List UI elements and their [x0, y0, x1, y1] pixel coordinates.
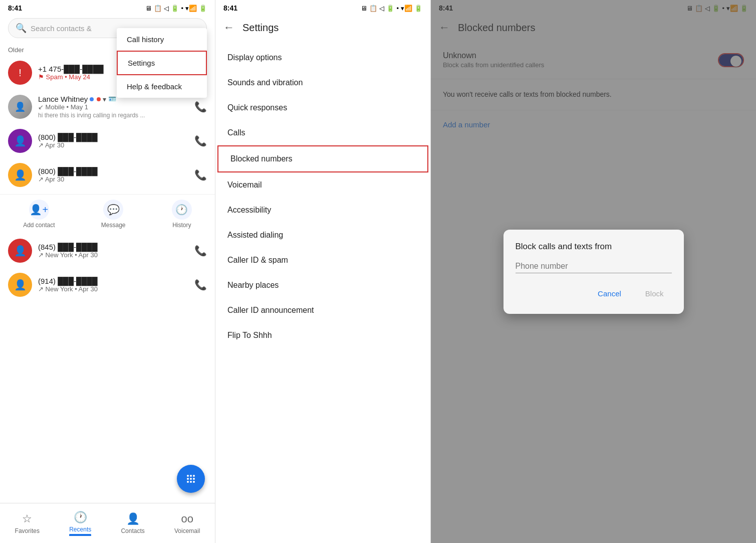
call-sub-800-1: ↗ Apr 30	[38, 141, 188, 149]
battery-icon: 🔋	[171, 5, 179, 12]
settings-list: Display options Sounds and vibration Qui…	[215, 41, 430, 352]
nav-recents[interactable]: 🕐 Recents	[63, 508, 97, 539]
nav-contacts[interactable]: 👤 Contacts	[115, 509, 150, 537]
settings-sounds[interactable]: Sounds and vibration	[215, 70, 430, 95]
nav-voicemail[interactable]: oo Voicemail	[168, 509, 206, 537]
svg-point-1	[190, 475, 192, 477]
dropdown-item-settings[interactable]: Settings	[117, 51, 207, 75]
call-sub-lance: ↙ Mobile • May 1	[38, 103, 188, 111]
status-time-2: 8:41	[223, 4, 237, 12]
svg-point-6	[187, 481, 189, 483]
favorites-icon: ☆	[22, 512, 32, 525]
svg-point-7	[190, 481, 192, 483]
call-item-800-2[interactable]: 👤 (800) ███-████ ↗ Apr 30 📞	[0, 158, 215, 192]
phone-icon-914[interactable]: 📞	[194, 279, 207, 291]
settings-display-options[interactable]: Display options	[215, 45, 430, 70]
google-badge2	[97, 97, 101, 101]
settings-flip-to-shhh[interactable]: Flip To Shhh	[215, 323, 430, 348]
avatar-914: 👤	[8, 273, 32, 297]
svg-point-0	[187, 475, 189, 477]
call-name-800-1: (800) ███-████	[38, 133, 188, 141]
dropdown-menu: Call history Settings Help & feedback	[117, 28, 207, 98]
avatar-lance: 👤	[8, 95, 32, 119]
nav-favorites[interactable]: ☆ Favorites	[9, 509, 46, 537]
call-name-845: (845) ███-████	[38, 243, 188, 251]
cancel-button[interactable]: Cancel	[590, 285, 629, 302]
dropdown-item-call-history[interactable]: Call history	[117, 28, 207, 51]
contacts-label: Contacts	[121, 527, 144, 534]
voicemail-label: Voicemail	[174, 527, 200, 534]
settings-header: ← Settings	[215, 14, 430, 41]
call-info-lance: Lance Whitney ▾ 🪪 ↙ Mobile • May 1 hi th…	[38, 95, 188, 119]
dot-icon-2: •	[396, 5, 399, 12]
call-name-914: (914) ███-████	[38, 277, 188, 285]
phone-icon-lance[interactable]: 📞	[194, 101, 207, 113]
history-action[interactable]: 🕐 History	[172, 200, 192, 229]
settings-quick-responses[interactable]: Quick responses	[215, 95, 430, 120]
call-item-800-1[interactable]: 👤 (800) ███-████ ↗ Apr 30 📞	[0, 124, 215, 158]
avatar-lance-inner: 👤	[8, 95, 32, 119]
phone-icon-845[interactable]: 📞	[194, 245, 207, 257]
panel-blocked: 8:41 🖥 📋 ◁ 🔋 • ▾📶 🔋 ← Blocked numbers Un…	[431, 0, 756, 543]
dialog-actions: Cancel Block	[516, 285, 672, 302]
settings-caller-id-announcement[interactable]: Caller ID announcement	[215, 298, 430, 323]
svg-point-4	[190, 478, 192, 480]
phone-icon-800-1[interactable]: 📞	[194, 135, 207, 147]
call-info-914: (914) ███-████ ↗ New York • Apr 30	[38, 277, 188, 293]
search-input[interactable]: Search contacts &	[31, 24, 92, 33]
nfc-icon-2: ◁	[379, 5, 384, 12]
nfc-icon: ◁	[164, 5, 169, 12]
settings-caller-id-spam[interactable]: Caller ID & spam	[215, 248, 430, 273]
settings-blocked-numbers[interactable]: Blocked numbers	[217, 145, 428, 172]
contacts-icon: 👤	[126, 512, 140, 525]
dial-fab[interactable]	[177, 465, 205, 493]
call-info-800-1: (800) ███-████ ↗ Apr 30	[38, 133, 188, 149]
call-sub-800-2: ↗ Apr 30	[38, 175, 188, 183]
call-info-800-2: (800) ███-████ ↗ Apr 30	[38, 167, 188, 183]
voicemail-icon: oo	[181, 512, 193, 525]
phone-icon-800-2[interactable]: 📞	[194, 169, 207, 181]
settings-title: Settings	[242, 22, 279, 34]
phone-number-input[interactable]	[516, 260, 672, 273]
battery-icon-2: 🔋	[199, 5, 207, 12]
settings-nearby-places[interactable]: Nearby places	[215, 273, 430, 298]
quick-actions-bar: 👤+ Add contact 💬 Message 🕐 History	[0, 194, 215, 234]
dropdown-item-help[interactable]: Help & feedback	[117, 75, 207, 98]
add-contact-icon: 👤+	[29, 200, 49, 220]
avatar-800-2: 👤	[8, 163, 32, 187]
avatar-spam: !	[8, 61, 32, 85]
call-item-845[interactable]: 👤 (845) ███-████ ↗ New York • Apr 30 📞	[0, 234, 215, 268]
dot-icon: •	[181, 5, 183, 12]
call-name-800-2: (800) ███-████	[38, 167, 188, 175]
add-contact-action[interactable]: 👤+ Add contact	[23, 200, 55, 229]
dialog-overlay: Block calls and texts from Cancel Block	[431, 0, 756, 543]
settings-assisted-dialing[interactable]: Assisted dialing	[215, 223, 430, 248]
screen-icon-2: 📋	[369, 5, 377, 12]
svg-point-5	[193, 478, 195, 480]
message-icon: 💬	[103, 200, 123, 220]
call-item-914[interactable]: 👤 (914) ███-████ ↗ New York • Apr 30 📞	[0, 268, 215, 302]
history-icon: 🕐	[172, 200, 192, 220]
call-info-845: (845) ███-████ ↗ New York • Apr 30	[38, 243, 188, 259]
google-badge	[90, 97, 94, 101]
settings-accessibility[interactable]: Accessibility	[215, 198, 430, 223]
status-bar-1: 8:41 🖥 📋 ◁ 🔋 • ▾📶 🔋	[0, 0, 215, 14]
svg-point-3	[187, 478, 189, 480]
settings-calls[interactable]: Calls	[215, 120, 430, 145]
history-label: History	[172, 222, 191, 229]
sim-icon-2: 🖥	[361, 5, 367, 12]
screen-icon: 📋	[154, 5, 162, 12]
back-button-settings[interactable]: ←	[223, 21, 234, 34]
recents-label: Recents	[69, 526, 91, 536]
settings-voicemail[interactable]: Voicemail	[215, 172, 430, 198]
message-action[interactable]: 💬 Message	[101, 200, 126, 229]
block-button[interactable]: Block	[637, 285, 672, 302]
dialog-title: Block calls and texts from	[516, 242, 672, 252]
sim-icon: 🖥	[145, 5, 152, 12]
call-sub-lance-msg: hi there this is irving calling in regar…	[38, 112, 188, 119]
status-icons-1: 🖥 📋 ◁ 🔋 • ▾📶 🔋	[145, 5, 207, 12]
wifi-small-icon: ▾	[103, 95, 106, 103]
status-time-1: 8:41	[8, 4, 22, 12]
avatar-845: 👤	[8, 239, 32, 263]
panel-settings: 8:41 🖥 📋 ◁ 🔋 • ▾📶 🔋 ← Settings Display o…	[215, 0, 431, 543]
